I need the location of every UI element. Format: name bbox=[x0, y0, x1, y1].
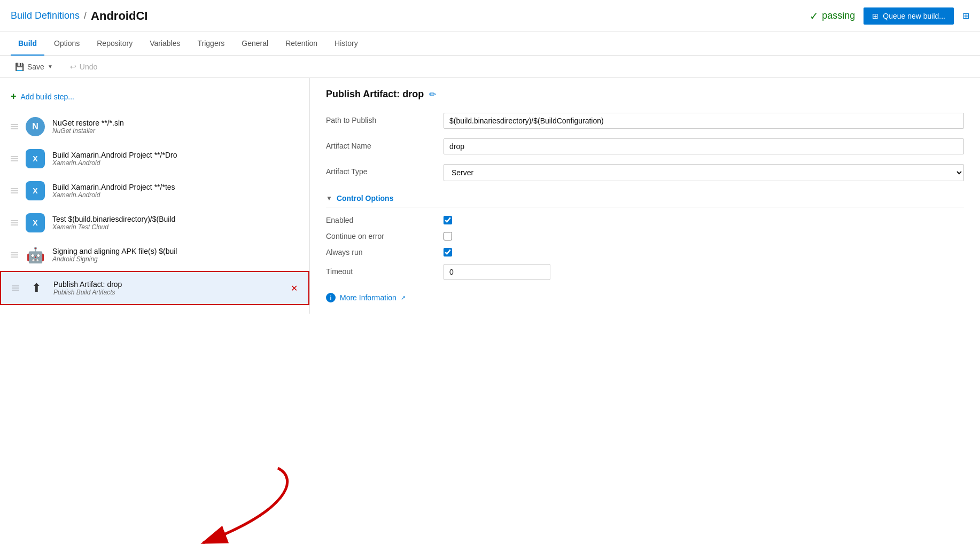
timeout-row: Timeout bbox=[326, 264, 964, 280]
passing-label: passing bbox=[822, 10, 855, 21]
breadcrumb: Build Definitions / AndroidCI bbox=[11, 9, 810, 23]
timeout-label: Timeout bbox=[326, 264, 433, 276]
step-info: Publish Artifact: drop Publish Build Art… bbox=[53, 280, 284, 296]
drag-handle bbox=[11, 220, 18, 226]
main-content: + Add build step... N NuGet restore **/*… bbox=[0, 78, 980, 544]
path-to-publish-value bbox=[444, 113, 964, 129]
header-actions: ✓ passing ⊞ Queue new build... ⊞ bbox=[810, 7, 969, 25]
artifact-type-label: Artifact Type bbox=[326, 164, 433, 176]
build-step-xamarin1[interactable]: X Build Xamarin.Android Project **/*Dro … bbox=[0, 143, 309, 175]
tab-triggers[interactable]: Triggers bbox=[190, 32, 232, 56]
undo-label: Undo bbox=[80, 63, 97, 71]
always-run-label: Always run bbox=[326, 248, 433, 257]
edit-icon[interactable]: ✏ bbox=[429, 89, 436, 99]
drag-handle bbox=[12, 285, 19, 291]
check-icon: ✓ bbox=[810, 10, 819, 22]
drag-handle bbox=[11, 156, 18, 161]
continue-on-error-label: Continue on error bbox=[326, 232, 433, 240]
queue-icon: ⊞ bbox=[872, 12, 878, 20]
more-info-label: More Information bbox=[340, 293, 396, 302]
artifact-name-value bbox=[444, 138, 964, 154]
tab-general[interactable]: General bbox=[234, 32, 276, 56]
left-panel-wrapper: + Add build step... N NuGet restore **/*… bbox=[0, 78, 310, 544]
artifact-type-value: Server FilePath bbox=[444, 164, 964, 181]
tab-history[interactable]: History bbox=[327, 32, 365, 56]
tab-retention[interactable]: Retention bbox=[278, 32, 325, 56]
save-icon: 💾 bbox=[15, 63, 24, 71]
panel-title: Publish Artifact: drop ✏ bbox=[326, 89, 964, 100]
build-step-nuget[interactable]: N NuGet restore **/*.sln NuGet Installer bbox=[0, 111, 309, 143]
artifact-type-select[interactable]: Server FilePath bbox=[444, 164, 964, 181]
nav-tabs: Build Options Repository Variables Trigg… bbox=[0, 32, 980, 56]
path-to-publish-label: Path to Publish bbox=[326, 113, 433, 125]
header: Build Definitions / AndroidCI ✓ passing … bbox=[0, 0, 980, 32]
enabled-label: Enabled bbox=[326, 216, 433, 224]
drag-handle bbox=[11, 124, 18, 129]
info-icon: i bbox=[326, 293, 336, 302]
artifact-name-label: Artifact Name bbox=[326, 138, 433, 150]
control-options-section: ▼ Control Options bbox=[326, 194, 964, 207]
save-label: Save bbox=[27, 63, 44, 71]
timeout-input[interactable] bbox=[444, 264, 550, 280]
queue-btn-label: Queue new build... bbox=[883, 12, 945, 20]
artifact-name-input[interactable] bbox=[444, 138, 964, 154]
step-subtitle: Android Signing bbox=[52, 255, 299, 263]
path-to-publish-row: Path to Publish bbox=[326, 113, 964, 129]
right-panel: Publish Artifact: drop ✏ Path to Publish… bbox=[310, 78, 980, 544]
grid-icon[interactable]: ⊞ bbox=[962, 11, 969, 21]
step-subtitle: Xamarin.Android bbox=[52, 191, 299, 199]
step-subtitle: Xamarin.Android bbox=[52, 159, 299, 167]
tab-options[interactable]: Options bbox=[46, 32, 87, 56]
save-dropdown-icon: ▼ bbox=[48, 64, 53, 69]
path-to-publish-input[interactable] bbox=[444, 113, 964, 129]
step-info: Test $(build.binariesdirectory)/$(Build … bbox=[52, 215, 299, 231]
android-step-icon: 🤖 bbox=[25, 244, 46, 266]
build-step-android-signing[interactable]: 🤖 Signing and aligning APK file(s) $(bui… bbox=[0, 239, 309, 271]
page-title: AndroidCI bbox=[91, 9, 147, 23]
left-panel: + Add build step... N NuGet restore **/*… bbox=[0, 78, 310, 314]
passing-badge: ✓ passing bbox=[810, 10, 855, 22]
artifact-title: Publish Artifact: drop bbox=[326, 89, 424, 100]
step-title: Signing and aligning APK file(s) $(buil bbox=[52, 247, 299, 255]
publish-step-icon: ⬆ bbox=[26, 277, 47, 299]
xamarin-test-icon: X bbox=[25, 212, 46, 234]
tab-build[interactable]: Build bbox=[11, 32, 44, 56]
tab-repository[interactable]: Repository bbox=[89, 32, 140, 56]
step-info: NuGet restore **/*.sln NuGet Installer bbox=[52, 119, 299, 135]
continue-on-error-row: Continue on error bbox=[326, 232, 964, 240]
build-step-publish[interactable]: ⬆ Publish Artifact: drop Publish Build A… bbox=[0, 271, 309, 305]
step-subtitle: Xamarin Test Cloud bbox=[52, 223, 299, 231]
drag-handle bbox=[11, 252, 18, 258]
external-link-icon: ↗ bbox=[401, 294, 406, 301]
tab-variables[interactable]: Variables bbox=[142, 32, 188, 56]
queue-new-build-button[interactable]: ⊞ Queue new build... bbox=[864, 7, 954, 25]
steps-area: N NuGet restore **/*.sln NuGet Installer… bbox=[0, 111, 309, 305]
step-info: Signing and aligning APK file(s) $(buil … bbox=[52, 247, 299, 263]
build-step-xamarin-test[interactable]: X Test $(build.binariesdirectory)/$(Buil… bbox=[0, 207, 309, 239]
always-run-row: Always run bbox=[326, 248, 964, 257]
artifact-name-row: Artifact Name bbox=[326, 138, 964, 154]
xamarin-step-icon: X bbox=[25, 148, 46, 169]
remove-step-button[interactable]: ✕ bbox=[291, 283, 298, 293]
step-subtitle: Publish Build Artifacts bbox=[53, 289, 284, 296]
toolbar: 💾 Save ▼ ↩ Undo bbox=[0, 56, 980, 78]
save-button[interactable]: 💾 Save ▼ bbox=[11, 60, 57, 73]
artifact-type-row: Artifact Type Server FilePath bbox=[326, 164, 964, 181]
always-run-checkbox[interactable] bbox=[444, 248, 452, 257]
step-subtitle: NuGet Installer bbox=[52, 127, 299, 135]
add-step-button[interactable]: + Add build step... bbox=[0, 87, 309, 111]
timeout-value bbox=[444, 264, 964, 280]
step-info: Build Xamarin.Android Project **/*tes Xa… bbox=[52, 183, 299, 199]
build-step-xamarin2[interactable]: X Build Xamarin.Android Project **/*tes … bbox=[0, 175, 309, 207]
more-info-link[interactable]: i More Information ↗ bbox=[326, 293, 964, 302]
section-title: Control Options bbox=[337, 194, 394, 203]
enabled-checkbox[interactable] bbox=[444, 216, 452, 224]
breadcrumb-link[interactable]: Build Definitions bbox=[11, 10, 80, 21]
step-title: Test $(build.binariesdirectory)/$(Build bbox=[52, 215, 299, 223]
continue-on-error-checkbox[interactable] bbox=[444, 232, 452, 240]
undo-button[interactable]: ↩ Undo bbox=[66, 60, 102, 73]
add-icon: + bbox=[11, 91, 17, 102]
nuget-step-icon: N bbox=[25, 116, 46, 137]
section-toggle-icon[interactable]: ▼ bbox=[326, 195, 332, 202]
step-title: NuGet restore **/*.sln bbox=[52, 119, 299, 127]
